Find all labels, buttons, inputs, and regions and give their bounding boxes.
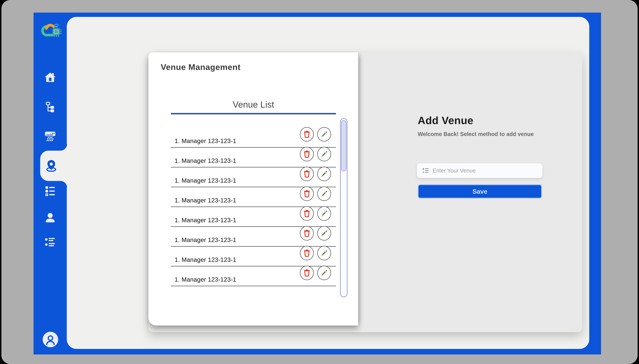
venue-row-label: 1. Manager 123-123-1 <box>175 256 236 263</box>
venue-row: 1. Manager 123-123-1 <box>171 168 336 187</box>
trash-icon <box>303 190 311 198</box>
venue-row-actions <box>300 246 331 260</box>
venue-row: 1. Manager 123-123-1 <box>171 266 336 286</box>
pencil-icon <box>320 210 328 218</box>
list-input-icon <box>422 167 429 174</box>
add-venue-title: Add Venue <box>418 114 473 126</box>
content-area: Venue Management Venue List 1. Manager 1… <box>67 17 589 349</box>
venue-row: 1. Manager 123-123-1 <box>171 207 336 227</box>
venue-row-label: 1. Manager 123-123-1 <box>175 276 236 283</box>
venue-row-actions <box>300 186 331 201</box>
venue-list-header: Venue List <box>171 100 336 114</box>
person-icon <box>44 212 56 224</box>
venue-row-label: 1. Manager 123-123-1 <box>175 157 236 164</box>
ac-unit-icon <box>44 130 56 142</box>
delete-venue-button[interactable] <box>300 246 314 260</box>
trash-icon <box>303 150 311 158</box>
venue-list-underline <box>171 113 336 114</box>
venue-management-panel: Venue Management Venue List 1. Manager 1… <box>148 52 582 332</box>
venue-row-actions <box>300 266 331 280</box>
venue-row-label: 1. Manager 123-123-1 <box>175 236 236 244</box>
edit-venue-button[interactable] <box>317 246 331 260</box>
checklist-icon <box>44 185 56 197</box>
venue-row-label: 1. Manager 123-123-1 <box>175 138 236 144</box>
cloud-chip-logo <box>39 20 63 40</box>
trash-icon <box>303 130 311 138</box>
edit-venue-button[interactable] <box>317 127 331 142</box>
venue-list-title: Venue List <box>171 100 336 110</box>
sitemap-icon <box>44 101 56 113</box>
delete-venue-button[interactable] <box>300 226 314 240</box>
delete-venue-button[interactable] <box>300 167 314 181</box>
venue-row-actions <box>300 167 331 181</box>
venue-name-input[interactable] <box>429 163 542 178</box>
trash-icon <box>303 210 311 218</box>
pencil-icon <box>320 150 328 158</box>
delete-venue-button[interactable] <box>300 186 314 201</box>
venue-row: 1. Manager 123-123-1 <box>171 187 336 207</box>
venue-row-actions <box>300 147 331 161</box>
venue-list-card: Venue Management Venue List 1. Manager 1… <box>148 52 358 326</box>
delete-venue-button[interactable] <box>300 266 314 280</box>
scrollbar-thumb[interactable] <box>341 120 346 171</box>
desktop-surface: Venue Management Venue List 1. Manager 1… <box>2 0 637 364</box>
edit-venue-button[interactable] <box>317 226 331 240</box>
trash-icon <box>303 170 311 178</box>
active-pill-fillet-top <box>61 144 67 151</box>
sidebar-item-venues-active[interactable] <box>40 151 67 181</box>
venue-row: 1. Manager 123-123-1 <box>171 227 336 246</box>
trash-icon <box>303 249 311 257</box>
venue-list-scrollbar[interactable] <box>340 118 347 297</box>
save-button[interactable]: Save <box>418 184 542 198</box>
user-avatar[interactable] <box>43 332 58 347</box>
active-pill-fillet-bottom <box>61 181 67 188</box>
location-pin-icon <box>45 159 58 172</box>
edit-venue-button[interactable] <box>317 206 331 221</box>
venue-row-actions <box>300 127 331 142</box>
pencil-icon <box>320 230 328 237</box>
page-title: Venue Management <box>161 62 241 72</box>
add-venue-subtitle: Welcome Back! Select method to add venue <box>418 131 534 137</box>
avatar-person-icon <box>45 334 56 345</box>
venue-row: 1. Manager 123-123-1 <box>171 148 336 168</box>
pencil-icon <box>320 170 328 178</box>
pencil-icon <box>320 249 328 257</box>
edit-venue-button[interactable] <box>317 167 331 181</box>
sidebar-item-activity[interactable] <box>44 236 56 248</box>
sidebar-item-checklist[interactable] <box>44 185 56 197</box>
home-icon <box>44 71 56 83</box>
app-window: Venue Management Venue List 1. Manager 1… <box>34 12 601 354</box>
trash-icon <box>303 269 311 277</box>
trash-icon <box>303 230 311 237</box>
sidebar-item-home[interactable] <box>44 71 56 83</box>
delete-venue-button[interactable] <box>300 147 314 161</box>
sidebar-item-sitemap[interactable] <box>44 101 56 113</box>
venue-row: 1. Manager 123-123-1 <box>171 246 336 266</box>
venue-row-label: 1. Manager 123-123-1 <box>175 217 236 224</box>
sidebar-item-devices[interactable] <box>44 130 56 142</box>
pencil-icon <box>320 190 328 198</box>
venue-row-actions <box>300 226 331 240</box>
pencil-icon <box>320 130 328 138</box>
edit-venue-button[interactable] <box>317 147 331 161</box>
edit-venue-button[interactable] <box>317 266 331 280</box>
venue-input-wrap <box>417 163 542 178</box>
venue-list: 1. Manager 123-123-1 1. Manager 123-123-… <box>171 128 336 286</box>
venue-row-label: 1. Manager 123-123-1 <box>175 177 236 184</box>
venue-row-label: 1. Manager 123-123-1 <box>175 197 236 204</box>
bulleted-list-icon <box>44 236 56 248</box>
sidebar-item-profile[interactable] <box>44 212 56 224</box>
edit-venue-button[interactable] <box>317 186 331 201</box>
venue-row-actions <box>300 206 331 221</box>
delete-venue-button[interactable] <box>300 206 314 221</box>
venue-row: 1. Manager 123-123-1 <box>171 128 336 148</box>
pencil-icon <box>320 269 328 277</box>
delete-venue-button[interactable] <box>300 127 314 142</box>
